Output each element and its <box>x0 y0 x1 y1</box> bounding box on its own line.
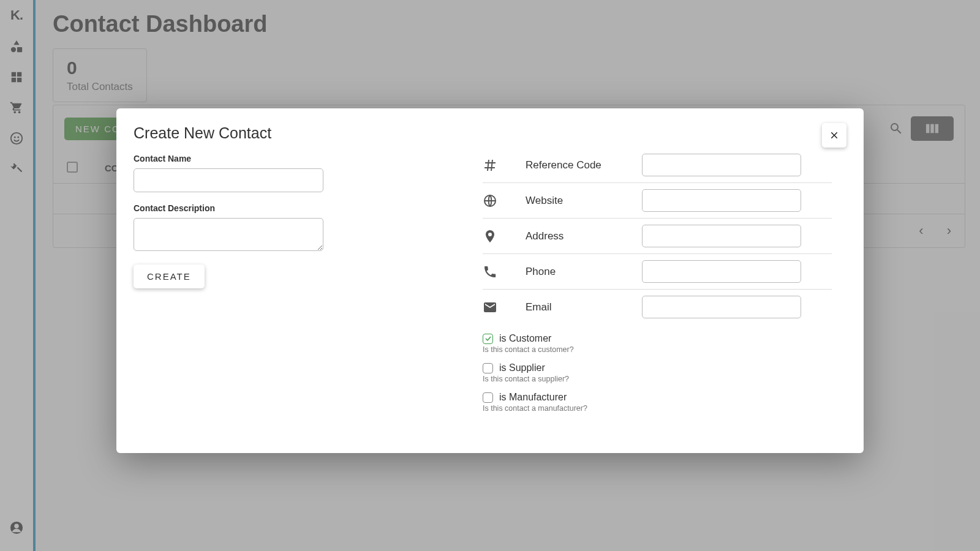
reference-code-label: Reference Code <box>526 159 636 171</box>
create-button[interactable]: CREATE <box>134 264 205 288</box>
phone-field[interactable] <box>642 260 801 283</box>
email-icon <box>483 300 519 315</box>
is-supplier-help: Is this contact a supplier? <box>483 375 832 383</box>
contact-description-field[interactable] <box>134 218 323 251</box>
location-icon <box>483 229 519 244</box>
is-manufacturer-label: is Manufacturer <box>499 392 567 403</box>
contact-name-label: Contact Name <box>134 154 323 163</box>
website-label: Website <box>526 195 636 207</box>
contact-name-field[interactable] <box>134 168 323 192</box>
address-label: Address <box>526 230 636 242</box>
email-label: Email <box>526 301 636 313</box>
phone-label: Phone <box>526 266 636 278</box>
website-field[interactable] <box>642 189 801 212</box>
is-supplier-checkbox[interactable] <box>483 363 493 373</box>
is-customer-label: is Customer <box>499 333 551 344</box>
email-field[interactable] <box>642 296 801 318</box>
phone-icon <box>483 264 519 279</box>
close-icon <box>829 130 840 141</box>
hash-icon <box>483 158 519 173</box>
close-button[interactable] <box>822 123 846 148</box>
globe-icon <box>483 193 519 208</box>
modal-title: Create New Contact <box>134 124 271 142</box>
create-contact-modal: Create New Contact Contact Name Contact … <box>116 108 864 453</box>
reference-code-field[interactable] <box>642 154 801 176</box>
is-customer-checkbox[interactable] <box>483 334 493 344</box>
address-field[interactable] <box>642 225 801 247</box>
contact-description-label: Contact Description <box>134 203 323 213</box>
is-supplier-label: is Supplier <box>499 362 545 373</box>
is-manufacturer-help: Is this contact a manufacturer? <box>483 404 832 413</box>
is-manufacturer-checkbox[interactable] <box>483 392 493 403</box>
is-customer-help: Is this contact a customer? <box>483 345 832 354</box>
